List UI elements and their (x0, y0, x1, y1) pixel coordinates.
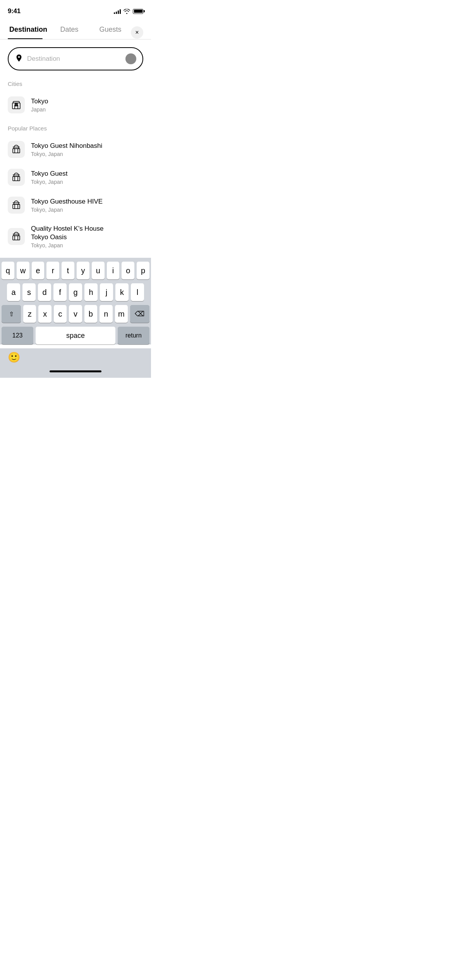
svg-rect-0 (12, 103, 20, 109)
status-time: 9:41 (8, 7, 21, 15)
svg-rect-15 (13, 204, 20, 209)
svg-rect-4 (17, 103, 17, 104)
key-g[interactable]: g (69, 283, 82, 301)
key-p[interactable]: p (137, 262, 149, 279)
key-x[interactable]: x (38, 305, 51, 323)
key-h[interactable]: h (84, 283, 98, 301)
bottom-bar: 🙂 (0, 348, 151, 369)
key-a[interactable]: a (7, 283, 20, 301)
place-item-0[interactable]: Tokyo Guest Nihonbashi Tokyo, Japan (0, 135, 151, 163)
return-key[interactable]: return (118, 327, 149, 344)
tab-bar: Destination Dates Guests × (0, 21, 151, 39)
key-i[interactable]: i (107, 262, 120, 279)
cities-section-label: Cities (0, 74, 151, 91)
place-info-3: Quality Hostel K's House Tokyo Oasis Tok… (31, 224, 143, 248)
place-icon-0 (8, 141, 25, 158)
svg-rect-2 (17, 105, 17, 106)
place-info-1: Tokyo Guest Tokyo, Japan (31, 170, 143, 185)
tab-underline (8, 38, 43, 39)
status-icons (114, 9, 143, 14)
place-item-3[interactable]: Quality Hostel K's House Tokyo Oasis Tok… (0, 219, 151, 254)
svg-rect-20 (13, 236, 20, 240)
place-icon-1 (8, 169, 25, 186)
key-n[interactable]: n (100, 305, 112, 323)
svg-rect-10 (13, 176, 20, 181)
pin-icon (15, 54, 23, 64)
keyboard-row-4: 123 space return (2, 327, 149, 344)
search-placeholder: Destination (27, 55, 122, 63)
status-bar: 9:41 (0, 0, 151, 21)
key-b[interactable]: b (84, 305, 97, 323)
key-e[interactable]: e (32, 262, 45, 279)
place-sub-0: Tokyo, Japan (31, 151, 143, 157)
key-w[interactable]: w (17, 262, 29, 279)
key-u[interactable]: u (92, 262, 105, 279)
home-indicator (0, 369, 151, 378)
key-k[interactable]: k (115, 283, 129, 301)
wifi-icon (124, 9, 130, 14)
key-z[interactable]: z (23, 305, 36, 323)
key-m[interactable]: m (115, 305, 128, 323)
city-sub: Japan (31, 106, 143, 113)
city-name: Tokyo (31, 97, 143, 106)
shift-key[interactable]: ⇧ (2, 305, 21, 323)
place-sub-1: Tokyo, Japan (31, 179, 143, 185)
svg-rect-1 (15, 105, 16, 106)
mic-dot (125, 53, 136, 64)
key-r[interactable]: r (46, 262, 59, 279)
place-sub-2: Tokyo, Japan (31, 207, 143, 213)
place-info-2: Tokyo Guesthouse HIVE Tokyo, Japan (31, 197, 143, 213)
popular-section-label: Popular Places (0, 119, 151, 135)
key-o[interactable]: o (122, 262, 134, 279)
place-name-3: Quality Hostel K's House Tokyo Oasis (31, 224, 143, 242)
place-name-1: Tokyo Guest (31, 170, 143, 178)
city-icon (8, 96, 25, 113)
emoji-button[interactable]: 🙂 (8, 351, 20, 363)
place-info-0: Tokyo Guest Nihonbashi Tokyo, Japan (31, 142, 143, 157)
home-bar (50, 370, 101, 372)
tab-destination[interactable]: Destination (8, 26, 49, 39)
place-icon-2 (8, 197, 25, 214)
space-key[interactable]: space (36, 327, 115, 344)
svg-rect-3 (15, 103, 16, 104)
city-item-tokyo[interactable]: Tokyo Japan (0, 91, 151, 119)
key-f[interactable]: f (53, 283, 67, 301)
key-t[interactable]: t (62, 262, 74, 279)
key-q[interactable]: q (2, 262, 14, 279)
signal-icon (114, 9, 121, 14)
key-v[interactable]: v (69, 305, 82, 323)
place-item-2[interactable]: Tokyo Guesthouse HIVE Tokyo, Japan (0, 191, 151, 219)
place-sub-3: Tokyo, Japan (31, 242, 143, 248)
key-y[interactable]: y (77, 262, 89, 279)
tab-dates[interactable]: Dates (49, 26, 90, 39)
numbers-key[interactable]: 123 (2, 327, 33, 344)
place-name-2: Tokyo Guesthouse HIVE (31, 197, 143, 206)
key-s[interactable]: s (22, 283, 36, 301)
place-item-1[interactable]: Tokyo Guest Tokyo, Japan (0, 163, 151, 191)
svg-rect-5 (13, 149, 20, 153)
tab-guests[interactable]: Guests (90, 26, 131, 39)
search-box[interactable]: Destination (8, 47, 143, 70)
close-button[interactable]: × (131, 26, 143, 39)
key-d[interactable]: d (38, 283, 51, 301)
keyboard-row-1: q w e r t y u i o p (2, 262, 149, 279)
keyboard: q w e r t y u i o p a s d f g h j k l ⇧ … (0, 258, 151, 344)
battery-icon (133, 9, 143, 14)
keyboard-row-2: a s d f g h j k l (2, 283, 149, 301)
key-j[interactable]: j (100, 283, 113, 301)
place-name-0: Tokyo Guest Nihonbashi (31, 142, 143, 150)
key-l[interactable]: l (131, 283, 144, 301)
search-container: Destination (0, 39, 151, 74)
place-icon-3 (8, 228, 25, 245)
key-c[interactable]: c (54, 305, 67, 323)
city-info-tokyo: Tokyo Japan (31, 97, 143, 113)
delete-key[interactable]: ⌫ (130, 305, 149, 323)
keyboard-row-3: ⇧ z x c v b n m ⌫ (2, 305, 149, 323)
